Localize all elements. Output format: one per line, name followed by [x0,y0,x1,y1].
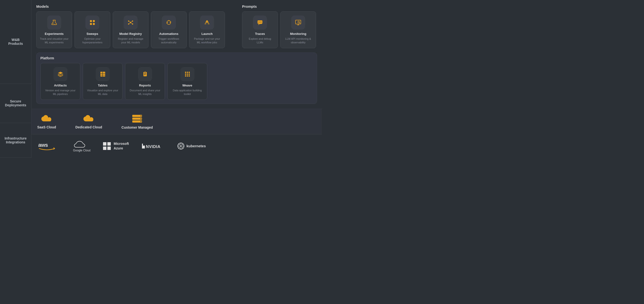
svg-point-58 [180,145,182,147]
sidebar-secure-deployments: SecureDeployments [0,84,31,123]
cycle-icon [166,19,172,26]
card-title-weave: Weave [182,84,192,87]
prompts-title: Prompts [242,4,317,9]
apps-grid-icon [184,71,191,78]
svg-point-1 [53,23,54,24]
card-title-launch: Launch [202,32,212,36]
card-icon-bg-weave [180,67,194,81]
card-artifacts[interactable]: Artifacts Version and manage your ML pip… [40,63,80,100]
card-icon-bg-experiments [47,16,61,30]
deploy-label-saas: SaaS Cloud [37,125,56,129]
svg-point-20 [261,22,262,23]
deploy-label-dedicated: Dedicated Cloud [76,125,102,129]
svg-line-65 [182,144,183,145]
svg-rect-55 [107,146,111,150]
sidebar-infra-integrations: InfrastructureIntegrations [0,123,31,158]
svg-rect-26 [100,72,105,77]
svg-line-13 [130,21,132,23]
svg-point-19 [260,22,260,23]
svg-line-15 [130,23,132,24]
card-traces[interactable]: Traces Explore and debug LLMs [242,11,278,48]
nvidia-logo-icon: NVIDIA [141,142,165,150]
svg-rect-31 [144,71,146,72]
card-launch[interactable]: Launch Package and run your ML workflow … [189,11,225,48]
layers-icon [57,71,64,78]
content-area: Models E [32,0,322,158]
card-icon-bg-model-registry [124,16,138,30]
card-sweeps[interactable]: Sweeps Optimize your hyperparameters [74,11,110,48]
svg-point-47 [140,115,142,116]
nodes-icon [127,19,134,26]
svg-rect-40 [189,73,190,75]
sidebar-wb-products: W&B Products [0,0,31,84]
card-icon-bg-tables [96,67,110,81]
deploy-label-customer: Customer Managed [122,125,153,129]
svg-line-64 [182,147,183,148]
card-desc-model-registry: Register and manage your ML models [116,37,145,45]
svg-line-66 [179,147,180,148]
infra-aws: aws [37,140,56,152]
card-tables[interactable]: Tables Visualize and explore your ML dat… [83,63,122,100]
infra-microsoft-azure: Microsoft Azure [102,141,129,150]
microsoft-azure-logo-icon [102,142,111,150]
svg-rect-53 [107,142,111,145]
models-group: Models E [36,4,239,48]
svg-rect-35 [185,72,186,73]
card-desc-monitoring: LLM API monitoring & observability [284,37,313,45]
card-icon-bg-monitoring [291,16,305,30]
card-reports[interactable]: Reports Document and share your ML insig… [125,63,165,100]
aws-logo-icon: aws [37,140,56,152]
card-automations[interactable]: Automations Trigger workflows automatica… [151,11,187,48]
card-title-traces: Traces [255,32,265,36]
svg-line-12 [129,21,130,23]
card-desc-sweeps: Optimize your hyperparameters [78,37,107,45]
main-layout: W&B Products SecureDeployments Infrastru… [0,0,322,158]
card-desc-automations: Trigger workflows automatically [154,37,184,45]
card-icon-bg-artifacts [54,67,68,81]
prompts-group: Prompts [242,4,317,48]
svg-line-25 [300,23,300,24]
cloud-icon-dedicated [82,114,95,123]
card-icon-bg-automations [162,16,176,30]
svg-rect-41 [185,75,186,77]
kubernetes-logo-icon [177,142,184,150]
grid4-icon [89,19,96,26]
svg-text:aws: aws [38,142,48,148]
flask-icon [51,19,58,26]
platform-title: Platform [40,56,313,60]
chat-icon [256,19,263,26]
products-section: Models E [32,0,322,109]
platform-cards: Artifacts Version and manage your ML pip… [40,63,313,100]
card-icon-bg-traces [253,16,267,30]
deploy-saas-cloud: SaaS Cloud [37,114,56,129]
deploy-customer-managed: Customer Managed [122,114,153,129]
sidebar: W&B Products SecureDeployments Infrastru… [0,0,32,158]
card-icon-bg-sweeps [85,16,100,30]
svg-text:Google Cloud: Google Cloud [73,149,90,152]
deployments-section: SaaS Cloud Dedicated Cloud [32,109,322,134]
kubernetes-label: kubernetes [186,144,206,148]
rocket-icon [204,19,210,26]
server-stack-icon [131,114,143,123]
svg-rect-5 [90,23,92,25]
table-icon [100,71,106,78]
svg-rect-6 [93,23,95,25]
card-weave[interactable]: Weave Data application building toolkit [167,63,207,100]
card-desc-reports: Document and share your ML insights [128,89,162,96]
card-model-registry[interactable]: Model Registry Register and manage your … [113,11,148,48]
svg-rect-38 [185,73,186,75]
azure-label: Azure [114,146,129,150]
svg-point-18 [258,22,259,23]
card-title-reports: Reports [139,84,151,87]
card-monitoring[interactable]: Monitoring LLM API monitoring & observab… [280,11,316,48]
svg-point-16 [206,22,208,23]
card-icon-bg-launch [200,16,214,30]
infra-nvidia: NVIDIA [141,142,165,150]
svg-rect-42 [187,75,188,77]
card-icon-bg-reports [138,67,152,81]
clipboard-icon [142,71,148,78]
svg-rect-39 [187,73,188,75]
card-desc-weave: Data application building toolkit [170,89,204,96]
card-experiments[interactable]: Experiments Track and visualize your ML … [36,11,72,48]
deployments-row: SaaS Cloud Dedicated Cloud [37,114,153,129]
